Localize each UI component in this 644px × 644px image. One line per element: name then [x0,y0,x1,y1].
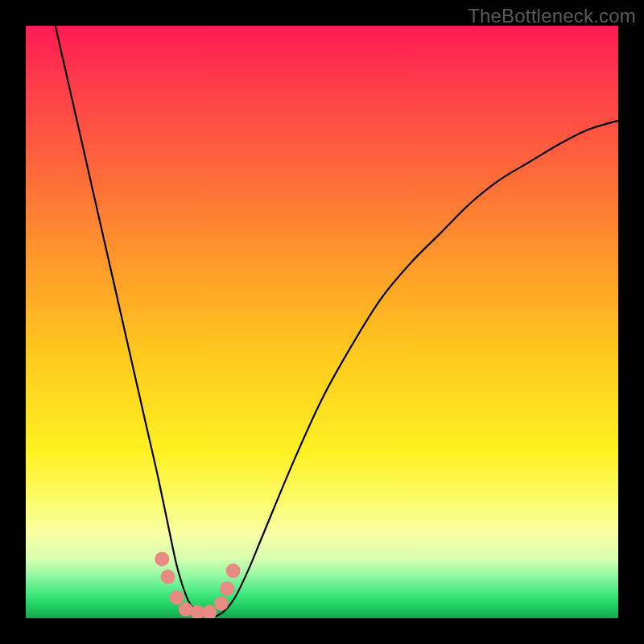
curve-marker [220,581,234,596]
curve-marker [170,590,184,605]
watermark-text: TheBottleneck.com [468,5,636,27]
curve-marker [202,605,217,618]
curve-marker [226,564,241,578]
curve-marker [155,551,169,566]
bottleneck-curve [56,26,618,617]
chart-frame: TheBottleneck.com [0,0,644,644]
plot-area [26,26,618,618]
bottleneck-curve-svg [26,26,618,618]
curve-marker [214,597,229,611]
curve-marker [161,570,175,584]
